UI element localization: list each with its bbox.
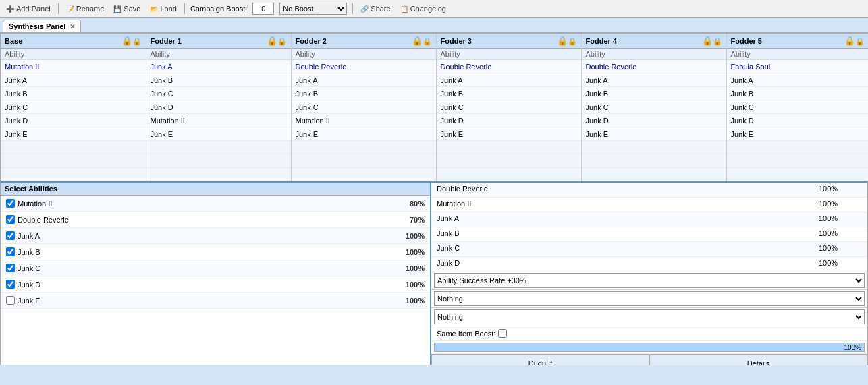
grid-cell-empty <box>582 141 726 154</box>
result-name: Double Reverie <box>431 183 813 197</box>
ability-checkbox[interactable] <box>6 231 15 240</box>
progress-row: 100% <box>431 341 867 354</box>
grid-cell: Junk C <box>582 100 726 114</box>
grid-cell-empty <box>292 168 436 181</box>
ability-name: Junk C <box>18 264 40 272</box>
dudu-button[interactable]: Dudu It <box>431 355 649 365</box>
col-header-fodder3: Fodder 3 🔒 Ability <box>436 34 581 60</box>
ability-pct: 100% <box>406 280 425 289</box>
save-icon <box>113 5 121 13</box>
ability-header: Ability <box>727 49 869 60</box>
lock-icon[interactable]: 🔒 <box>412 36 432 46</box>
grid-cell: Junk B <box>437 87 581 100</box>
grid-cell: Mutation II <box>292 114 436 127</box>
grid-cell: Junk C <box>292 100 436 114</box>
grid-cell: Mutation II <box>1 60 146 73</box>
ability-checkbox[interactable] <box>6 199 15 208</box>
grid-section: Base 🔒 Ability Fodder 1 🔒 Ability Fodder… <box>1 34 867 183</box>
ability-name: Double Reverie <box>18 216 69 224</box>
lock-icon[interactable]: 🔒 <box>844 36 865 46</box>
save-button[interactable]: Save <box>111 4 142 13</box>
ability-checkbox[interactable] <box>6 215 15 224</box>
result-pct: 100% <box>813 257 867 271</box>
grid-cell-empty <box>582 168 726 181</box>
col-header-inner: Base 🔒 <box>1 34 146 49</box>
grid-cell: Junk A <box>437 73 581 87</box>
col-header-fodder4: Fodder 4 🔒 Ability <box>581 34 726 60</box>
ability-checkbox[interactable] <box>6 247 15 256</box>
tab-close-button[interactable]: ✕ <box>70 23 75 30</box>
grid-cell: Junk A <box>582 73 726 87</box>
progress-label: 100% <box>844 343 861 353</box>
ability-checkbox[interactable] <box>6 296 15 305</box>
grid-cell-empty <box>292 154 436 168</box>
ability-header: Ability <box>146 49 291 60</box>
col-header-inner: Fodder 4 🔒 <box>582 34 726 49</box>
campaign-boost-input[interactable] <box>252 3 274 15</box>
rename-button[interactable]: Rename <box>64 4 107 13</box>
ability-pct: 80% <box>410 200 425 208</box>
lock-icon[interactable]: 🔒 <box>121 36 142 46</box>
boost-dropdown-0[interactable]: Ability Success Rate +30% <box>434 273 865 288</box>
grid-cell: Fabula Soul <box>727 60 869 73</box>
ability-check-label: Mutation II <box>6 199 52 208</box>
result-pct: 100% <box>813 183 867 197</box>
boost-dropdown-1[interactable]: Nothing <box>434 291 865 306</box>
details-button[interactable]: Details <box>649 355 867 365</box>
load-button[interactable]: Load <box>148 4 178 13</box>
boost-dropdown-2[interactable]: Nothing <box>434 309 865 324</box>
grid-cell: Junk D <box>727 114 869 127</box>
grid-cell: Junk E <box>146 127 291 141</box>
same-item-boost-label: Same Item Boost: <box>437 330 495 338</box>
changelog-button[interactable]: Changelog <box>398 4 448 13</box>
rename-icon <box>66 5 74 13</box>
ability-checkbox[interactable] <box>6 264 15 272</box>
ability-pct: 100% <box>406 232 425 240</box>
ability-item: Junk A 100% <box>1 228 430 244</box>
ability-check-label: Junk D <box>6 280 40 289</box>
result-name: Junk C <box>431 242 813 256</box>
result-pct: 100% <box>813 198 867 212</box>
lock-icon[interactable]: 🔒 <box>702 36 722 46</box>
ability-check-label: Junk C <box>6 264 40 272</box>
progress-bar: 100% <box>434 343 865 352</box>
share-button[interactable]: Share <box>358 4 392 13</box>
col-header-fodder5: Fodder 5 🔒 Ability <box>726 34 868 60</box>
lock-icon[interactable]: 🔒 <box>557 36 577 46</box>
grid-cell: Junk E <box>292 127 436 141</box>
ability-name: Mutation II <box>18 200 52 208</box>
grid-cell: Junk A <box>146 60 291 73</box>
ability-item: Junk B 100% <box>1 244 430 260</box>
ability-pct: 100% <box>406 248 425 256</box>
grid-cell-empty <box>727 168 869 181</box>
col-header-base: Base 🔒 Ability <box>1 34 146 60</box>
synthesis-panel-tab[interactable]: Synthesis Panel ✕ <box>3 20 81 32</box>
ability-name: Junk D <box>18 280 40 289</box>
grid-cell: Junk D <box>582 114 726 127</box>
grid-cell: Junk A <box>727 73 869 87</box>
grid-cell: Mutation II <box>146 114 291 127</box>
changelog-icon <box>400 5 408 13</box>
main-content: Base 🔒 Ability Fodder 1 🔒 Ability Fodder… <box>0 33 868 365</box>
grid-cell-empty <box>437 141 581 154</box>
grid-cell: Double Reverie <box>582 60 726 73</box>
grid-cell: Junk B <box>146 73 291 87</box>
ability-check-label: Double Reverie <box>6 215 69 224</box>
add-panel-button[interactable]: Add Panel <box>4 4 53 13</box>
grid-table: Base 🔒 Ability Fodder 1 🔒 Ability Fodder… <box>1 34 868 181</box>
ability-checkbox[interactable] <box>6 280 15 289</box>
grid-cell: Junk B <box>1 87 146 100</box>
grid-cell-empty <box>582 154 726 168</box>
result-name: Junk D <box>431 257 813 271</box>
same-item-boost-checkbox[interactable] <box>498 329 507 338</box>
toolbar: Add Panel Rename Save Load Campaign Boos… <box>0 0 868 18</box>
ability-name: Junk A <box>18 232 40 240</box>
grid-cell: Junk E <box>1 127 146 141</box>
ability-header: Ability <box>1 49 146 60</box>
boost-select[interactable]: No Boost <box>279 3 347 15</box>
separator <box>58 3 59 14</box>
grid-cell: Junk B <box>727 87 869 100</box>
col-header-fodder2: Fodder 2 🔒 Ability <box>291 34 436 60</box>
grid-cell: Double Reverie <box>437 60 581 73</box>
lock-icon[interactable]: 🔒 <box>267 36 287 46</box>
